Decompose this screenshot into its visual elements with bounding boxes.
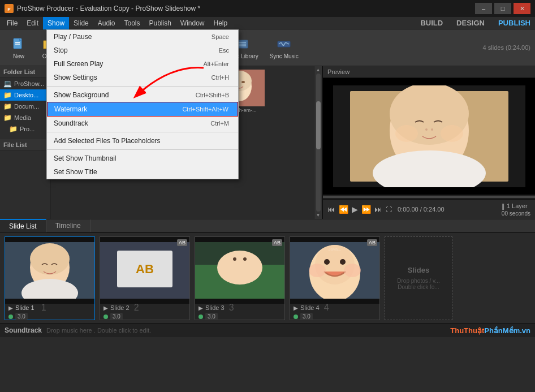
slide-play-btn-2[interactable]: ▶ [103, 305, 108, 311]
slide-info-4: ▶ Slide 4 4 3.0 [294, 303, 329, 320]
svg-point-42 [241, 81, 245, 83]
menu-file[interactable]: File [2, 17, 22, 29]
thumbnail-scrollbar[interactable]: ▲ ▼ [314, 66, 322, 219]
sidebar-item-pro[interactable]: 📁 Pro... [0, 123, 50, 135]
duration-dot-1 [8, 315, 13, 319]
slide-name-row-3: ▶ Slide 3 3 [199, 303, 234, 313]
menu-publish[interactable]: Publish [144, 17, 175, 29]
slide-duration-1: 3.0 [15, 313, 28, 320]
play-button[interactable]: ▶ [352, 205, 358, 214]
ab-badge-2: AB [177, 239, 187, 246]
slide-info-2: ▶ Slide 2 2 3.0 [103, 303, 139, 320]
separator-2 [47, 132, 238, 132]
slide-num-1: 1 [41, 303, 46, 313]
duration-dot-4 [294, 315, 298, 319]
preview-layer-display: ‖ 1 Layer00 seconds [502, 203, 530, 217]
menu-soundtrack[interactable]: Soundtrack Ctrl+M [47, 117, 238, 130]
menu-stop[interactable]: Stop Esc [47, 44, 238, 57]
rewind-button[interactable]: ⏪ [339, 205, 348, 214]
sidebar-item-documents[interactable]: 📁 Docum... [0, 101, 50, 112]
menu-window[interactable]: Window [176, 17, 209, 29]
svg-point-73 [340, 259, 346, 265]
preview-progress-bar[interactable] [323, 196, 535, 198]
menu-show-settings[interactable]: Show Settings Ctrl+H [47, 71, 238, 84]
menu-slide[interactable]: Slide [69, 17, 93, 29]
watermark-thu: Thu [450, 326, 464, 335]
window-controls[interactable]: – □ ✕ [475, 3, 530, 14]
menu-set-thumbnail[interactable]: Set Show Thumbnail [47, 152, 238, 165]
sidebar: Folder List 💻 ProShow... 📁 Deskto... 📁 D… [0, 66, 51, 219]
sidebar-item-desktop[interactable]: 📁 Deskto... [0, 89, 50, 101]
slide-item-1[interactable]: ▶ Slide 1 1 3.0 [5, 236, 95, 320]
slide-name-1: Slide 1 [15, 304, 34, 311]
maximize-button[interactable]: □ [494, 3, 511, 14]
slide-duration-row-3: 3.0 [199, 313, 234, 320]
app-logo: P [5, 4, 14, 13]
watermark-thuat: Thuật [464, 326, 484, 335]
slide-item-2[interactable]: AB AB ▶ Slide 2 2 3.0 [100, 236, 190, 320]
menu-add-placeholders[interactable]: Add Selected Files To Placeholders [47, 134, 238, 148]
skip-start-button[interactable]: ⏮ [327, 205, 335, 214]
menu-set-title[interactable]: Set Show Title [47, 165, 238, 179]
svg-point-67 [233, 257, 236, 261]
preview-screen [323, 78, 535, 195]
slide-count: 4 slides (0:24.00) [483, 44, 530, 51]
title-bar: P ProShow Producer - Evaluation Copy - P… [0, 0, 535, 17]
duration-dot-2 [103, 315, 108, 319]
svg-text:Java...: Java... [328, 247, 342, 252]
slide-strip: ▶ Slide 1 1 3.0 AB AB ▶ [0, 232, 535, 323]
close-button[interactable]: ✕ [514, 3, 530, 14]
svg-point-51 [425, 128, 428, 131]
menu-watermark[interactable]: Watermark Ctrl+Shift+Alt+W [47, 102, 238, 117]
sidebar-item-proshow[interactable]: 💻 ProShow... [0, 78, 50, 89]
slide-info-3: ▶ Slide 3 3 3.0 [199, 303, 234, 320]
slide-thumb-1 [5, 237, 94, 304]
svg-point-75 [344, 264, 361, 277]
title-text: ProShow Producer - Evaluation Copy - Pro… [17, 5, 200, 12]
scrollbar-down[interactable]: ▼ [316, 213, 321, 218]
slide-name-2: Slide 2 [110, 304, 130, 311]
scrollbar-track[interactable] [316, 74, 321, 212]
scrollbar-up[interactable]: ▲ [316, 67, 321, 72]
watermark-vn: .vn [520, 326, 530, 335]
soundtrack-hint: Drop music here . Double click to edit. [46, 327, 151, 334]
publish-button[interactable]: PUBLISH [496, 19, 533, 27]
new-button[interactable]: New [5, 34, 33, 62]
preview-header: Preview [323, 66, 535, 78]
slide-name-3: Slide 3 [205, 304, 225, 311]
slide-item-4[interactable]: Java... AB ▶ Slide 4 4 3.0 [290, 236, 380, 320]
fullscreen-button[interactable]: ⛶ [386, 206, 392, 213]
tab-slide-list[interactable]: Slide List [0, 219, 46, 232]
slide-play-btn-3[interactable]: ▶ [199, 305, 203, 311]
svg-point-58 [30, 243, 70, 275]
fast-forward-button[interactable]: ⏩ [361, 205, 371, 214]
folder-icon-pro: 📁 [9, 125, 18, 133]
tab-timeline[interactable]: Timeline [46, 219, 90, 232]
slides-drop-zone: Slides Drop photos / v... Double click f… [385, 236, 452, 320]
slide-play-btn-4[interactable]: ▶ [294, 305, 298, 311]
build-button[interactable]: BUILD [418, 19, 445, 27]
menu-show[interactable]: Show [43, 17, 69, 29]
sync-music-button[interactable]: Sync Music [265, 34, 303, 62]
new-icon [11, 36, 27, 52]
slide-num-4: 4 [324, 303, 329, 313]
duration-dot-3 [199, 315, 203, 319]
watermark-mem: Mềm [503, 326, 520, 335]
slide-item-3[interactable]: AB ▶ Slide 3 3 3.0 [195, 236, 285, 320]
menu-play-pause[interactable]: Play / Pause Space [47, 30, 238, 44]
slide-name-4: Slide 4 [300, 304, 320, 311]
svg-point-52 [431, 128, 433, 131]
skip-end-button[interactable]: ⏭ [374, 205, 382, 214]
folder-icon-media: 📁 [3, 114, 12, 122]
menu-tools[interactable]: Tools [119, 17, 144, 29]
bottom-tabs: Slide List Timeline [0, 219, 535, 232]
design-button[interactable]: DESIGN [454, 19, 487, 27]
minimize-button[interactable]: – [475, 3, 492, 14]
sidebar-item-media[interactable]: 📁 Media [0, 112, 50, 123]
menu-fullscreen-play[interactable]: Full Screen Play Alt+Enter [47, 57, 238, 71]
menu-audio[interactable]: Audio [93, 17, 120, 29]
menu-help[interactable]: Help [209, 17, 232, 29]
menu-show-background[interactable]: Show Background Ctrl+Shift+B [47, 88, 238, 102]
slide-play-btn-1[interactable]: ▶ [8, 305, 13, 311]
menu-edit[interactable]: Edit [22, 17, 43, 29]
